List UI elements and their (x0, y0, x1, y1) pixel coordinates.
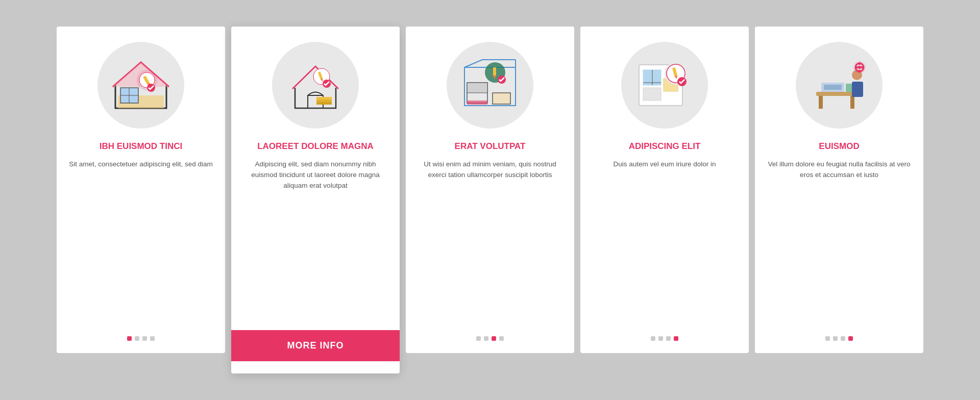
dot-1 (476, 336, 481, 341)
svg-rect-49 (852, 82, 863, 97)
card-title: ERAT VOLUTPAT (455, 141, 526, 152)
cards-container: IBH EUISMOD TINCI Sit amet, consectetuer… (26, 6, 954, 394)
card-text: Vel illum dolore eu feugiat nulla facili… (767, 159, 911, 325)
card-text: Adipiscing elit, sed diam nonummy nibh e… (243, 159, 387, 319)
svg-rect-44 (850, 96, 854, 109)
svg-rect-12 (316, 99, 332, 102)
house-floor-plan-icon-circle (272, 42, 359, 129)
room-design-icon-circle (447, 42, 533, 129)
svg-rect-54 (859, 70, 861, 72)
dot-4 (499, 336, 504, 341)
svg-rect-24 (467, 83, 487, 93)
card-2: LAOREET DOLORE MAGNA Adipiscing elit, se… (231, 27, 400, 373)
svg-rect-25 (493, 93, 510, 104)
card-1: IBH EUISMOD TINCI Sit amet, consectetuer… (57, 27, 225, 353)
card-title: LAOREET DOLORE MAGNA (257, 141, 374, 152)
pagination-dots (651, 336, 678, 341)
svg-rect-43 (819, 96, 823, 109)
dot-3 (841, 336, 845, 341)
dot-1 (127, 336, 132, 341)
dot-2 (484, 336, 488, 341)
card-3: ERAT VOLUTPAT Ut wisi enim ad minim veni… (406, 27, 574, 353)
pagination-dots (127, 336, 155, 341)
more-info-button[interactable]: MORE INFO (231, 330, 400, 361)
card-text: Ut wisi enim ad minim veniam, quis nostr… (418, 159, 562, 325)
svg-rect-42 (816, 92, 857, 96)
svg-rect-11 (316, 97, 332, 99)
dot-4 (150, 336, 155, 341)
card-text: Sit amet, consectetuer adipiscing elit, … (69, 159, 212, 325)
dot-3 (142, 336, 147, 341)
dot-2 (658, 336, 663, 341)
dot-1 (825, 336, 830, 341)
dot-2 (833, 336, 838, 341)
svg-rect-26 (467, 101, 487, 105)
svg-rect-55 (855, 66, 858, 68)
svg-rect-56 (861, 66, 864, 68)
card-text: Duis autem vel eum iriure dolor in (613, 159, 716, 325)
svg-rect-28 (493, 67, 496, 76)
card-4: ADIPISCING ELIT Duis autem vel eum iriur… (580, 27, 749, 353)
dot-3 (666, 336, 671, 341)
dot-3 (492, 336, 496, 341)
card-title: ADIPISCING ELIT (629, 141, 701, 152)
pagination-dots (476, 336, 504, 341)
office-person-icon-circle (796, 42, 883, 129)
card-title: EUISMOD (819, 141, 859, 152)
dot-1 (651, 336, 655, 341)
svg-rect-46 (824, 85, 842, 90)
blueprint-icon-circle (621, 42, 708, 129)
card-5: EUISMOD Vel illum dolore eu feugiat null… (755, 27, 923, 353)
house-interior-icon-circle (97, 42, 184, 129)
dot-2 (135, 336, 139, 341)
svg-rect-53 (859, 62, 861, 65)
pagination-dots (825, 336, 853, 341)
svg-line-19 (464, 60, 482, 67)
svg-point-52 (858, 66, 861, 69)
svg-rect-47 (846, 84, 852, 92)
dot-4 (674, 336, 678, 341)
dot-4 (848, 336, 853, 341)
svg-rect-13 (316, 102, 332, 105)
svg-rect-33 (643, 88, 661, 101)
card-title: IBH EUISMOD TINCI (100, 141, 182, 152)
